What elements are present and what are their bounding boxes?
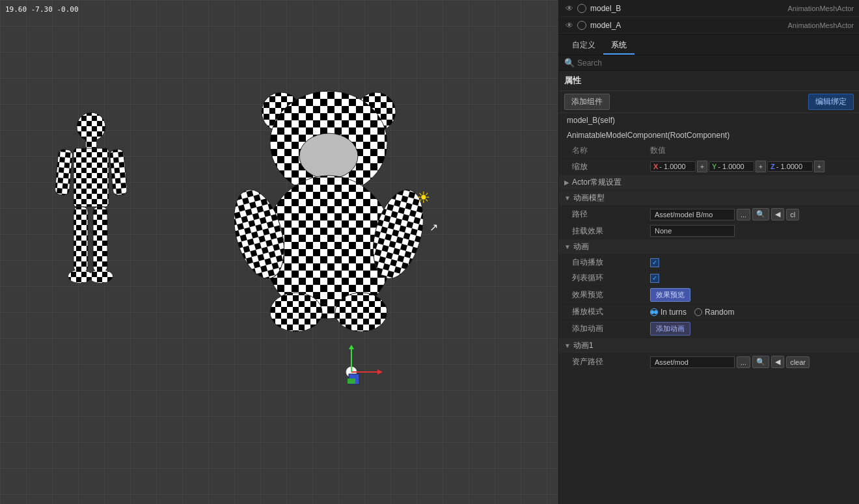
add-component-button[interactable]: 添加组件 — [564, 94, 610, 110]
random-option[interactable]: Random — [694, 308, 734, 317]
tab-system[interactable]: 系统 — [603, 37, 634, 55]
bear-figure — [234, 85, 423, 332]
asset-clear-btn[interactable]: clear — [786, 356, 810, 368]
anim-arrow: ▼ — [564, 243, 571, 250]
effect-preview-button[interactable]: 效果预览 — [650, 288, 690, 302]
visibility-icon-b[interactable]: 👁 — [564, 3, 575, 14]
random-radio[interactable] — [694, 308, 702, 316]
auto-play-row: 自动播放 ✓ — [559, 255, 859, 271]
animation-group[interactable]: ▼ 动画 — [559, 239, 859, 255]
properties-toolbar: 添加组件 编辑绑定 — [559, 91, 859, 113]
search-icon: 🔍 — [564, 58, 575, 68]
scale-z-btn[interactable]: + — [814, 161, 825, 172]
coords-text: 19.60 -7.30 -0.00 — [5, 5, 79, 14]
scene-outliner: 👁 model_B AnimationMeshActor 👁 model_A A… — [559, 0, 859, 34]
actor-settings-arrow: ▶ — [564, 179, 569, 186]
anim1-label: 动画1 — [573, 340, 593, 351]
asset-path-row: 资产路径 Asset/mod ... 🔍 ◀ clear — [559, 354, 859, 371]
play-mode-row: 播放模式 In turns Random — [559, 304, 859, 320]
asset-label: 资产路径 — [572, 356, 650, 367]
svg-rect-9 — [74, 207, 88, 272]
svg-rect-10 — [93, 207, 107, 272]
svg-rect-8 — [109, 149, 127, 196]
auto-play-label: 自动播放 — [572, 257, 650, 268]
path-clear-btn[interactable]: cl — [786, 209, 799, 220]
svg-rect-6 — [74, 148, 109, 207]
path-input-row: Asset/model B/mo ... 🔍 ◀ cl — [650, 208, 854, 220]
svg-rect-37 — [348, 378, 355, 384]
col-value-header: 数值 — [650, 145, 854, 156]
object-icon-a — [577, 21, 586, 30]
add-animation-label: 添加动画 — [572, 323, 650, 334]
effect-preview-value: 效果预览 — [650, 288, 854, 302]
anim-label: 动画 — [573, 241, 589, 252]
outliner-row-model-b[interactable]: 👁 model_B AnimationMeshActor — [559, 0, 859, 17]
asset-back-btn[interactable]: ◀ — [771, 356, 784, 368]
auto-play-checkbox[interactable]: ✓ — [650, 258, 659, 267]
actor-settings-group[interactable]: ▶ Actor常规设置 — [559, 175, 859, 191]
play-mode-label: 播放模式 — [572, 306, 650, 317]
list-loop-checkbox[interactable]: ✓ — [650, 274, 659, 283]
svg-point-11 — [68, 270, 92, 283]
properties-header: 属性 — [559, 71, 859, 91]
path-input[interactable]: Asset/model B/mo — [650, 209, 735, 220]
path-row: 路径 Asset/model B/mo ... 🔍 ◀ cl — [559, 206, 859, 223]
model-b-type: AnimationMeshActor — [788, 5, 854, 12]
search-input[interactable] — [577, 59, 854, 68]
anim-model-label: 动画模型 — [573, 192, 605, 204]
path-back-btn[interactable]: ◀ — [771, 208, 784, 220]
svg-point-29 — [335, 293, 387, 332]
coords-display: 19.60 -7.30 -0.00 — [5, 5, 79, 14]
effect-value-row: None — [650, 225, 854, 237]
tab-custom[interactable]: 自定义 — [564, 37, 603, 55]
svg-marker-32 — [377, 369, 383, 375]
asset-path-value: Asset/mod ... 🔍 ◀ clear — [650, 356, 854, 368]
edit-bind-button[interactable]: 编辑绑定 — [808, 94, 854, 110]
transform-gizmo[interactable] — [332, 345, 384, 397]
asset-browse-btn[interactable]: ... — [737, 356, 750, 368]
outliner-row-model-a[interactable]: 👁 model_A AnimationMeshActor — [559, 17, 859, 34]
viewport[interactable]: 19.60 -7.30 -0.00 — [0, 0, 558, 504]
svg-rect-5 — [86, 139, 96, 149]
svg-rect-7 — [55, 149, 73, 196]
in-turns-label: In turns — [661, 308, 687, 317]
asset-search-btn[interactable]: 🔍 — [752, 356, 769, 368]
animation-model-group[interactable]: ▼ 动画模型 — [559, 191, 859, 206]
panel-tabs: 自定义 系统 — [559, 34, 859, 55]
path-value: Asset/model B/mo ... 🔍 ◀ cl — [650, 208, 854, 220]
in-turns-radio[interactable] — [650, 308, 658, 316]
anim1-arrow: ▼ — [564, 342, 571, 349]
in-turns-option[interactable]: In turns — [650, 308, 687, 317]
random-label: Random — [705, 308, 734, 317]
list-loop-value: ✓ — [650, 274, 854, 283]
object-icon-b — [577, 4, 586, 13]
effect-label: 挂载效果 — [572, 226, 650, 237]
scale-x-btn[interactable]: + — [697, 161, 707, 172]
visibility-icon-a[interactable]: 👁 — [564, 20, 575, 31]
right-panel: 👁 model_B AnimationMeshActor 👁 model_A A… — [558, 0, 859, 504]
play-mode-value: In turns Random — [650, 308, 854, 317]
play-mode-radio-group: In turns Random — [650, 308, 734, 317]
add-animation-button[interactable]: 添加动画 — [650, 322, 690, 336]
col-name-header: 名称 — [572, 145, 650, 156]
svg-point-24 — [299, 133, 358, 179]
component-root[interactable]: AnimatableModelComponent(RootComponent) — [559, 128, 859, 143]
svg-point-12 — [89, 270, 113, 283]
scale-z-input[interactable]: Z - 1.0000 — [767, 161, 813, 172]
animation1-group[interactable]: ▼ 动画1 — [559, 338, 859, 354]
effect-input[interactable]: None — [650, 225, 735, 237]
path-search-btn[interactable]: 🔍 — [752, 208, 769, 220]
scale-row: 缩放 X - 1.0000 + Y - 1.0000 + Z - 1.00 — [559, 159, 859, 175]
sun-light-icon: ☀ — [416, 189, 436, 208]
path-browse-btn[interactable]: ... — [737, 209, 750, 220]
scale-xyz: X - 1.0000 + Y - 1.0000 + Z - 1.0000 + — [650, 161, 825, 172]
asset-path-input[interactable]: Asset/mod — [650, 356, 735, 368]
add-animation-row: 添加动画 添加动画 — [559, 320, 859, 338]
scale-y-btn[interactable]: + — [756, 161, 766, 172]
scale-x-input[interactable]: X - 1.0000 — [650, 161, 696, 172]
scale-y-input[interactable]: Y - 1.0000 — [709, 161, 754, 172]
component-self[interactable]: model_B(self) — [559, 113, 859, 128]
anim-model-arrow: ▼ — [564, 194, 571, 202]
effect-preview-label: 效果预览 — [572, 289, 650, 300]
scale-value: X - 1.0000 + Y - 1.0000 + Z - 1.0000 + — [650, 161, 854, 172]
